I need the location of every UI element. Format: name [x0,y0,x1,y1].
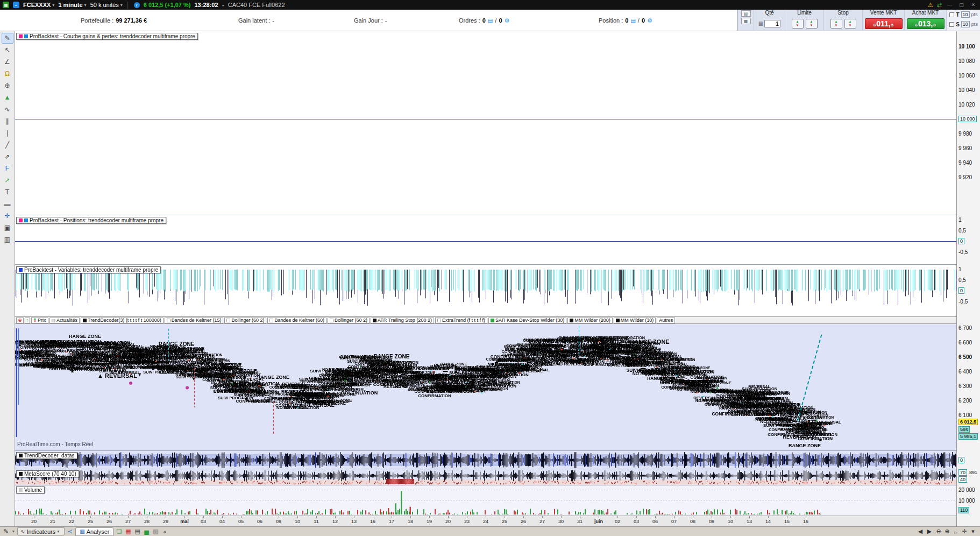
legend-item[interactable]: Bollinger (60 2) [328,318,370,323]
cursor-icon[interactable]: ↖ [2,45,13,55]
crosshair-icon[interactable]: ✛ [961,528,968,535]
trenddecoder-plot[interactable] [15,451,956,469]
limit-sell-button[interactable]: ▲▼ [806,19,818,29]
pattern-detect-icon[interactable]: ▲ [2,92,13,103]
price-scale-icon[interactable]: ⊕ [16,318,24,323]
zigzag-icon[interactable]: ∿ [2,104,13,115]
buy-market-button[interactable]: 6013,0 [907,18,945,29]
legend-item[interactable]: Bollinger (60 2) [224,318,266,323]
legend-item[interactable]: SAR Kase Dev-Stop Wilder (30) [488,318,566,323]
minimize-button[interactable]: — [946,2,954,9]
takeprofit-checkbox[interactable] [949,12,954,17]
zoom-in-icon[interactable]: ⊕ [943,528,951,535]
date-tick [806,516,806,518]
measure-icon[interactable]: ∠ [2,57,13,67]
draw-pencil-icon[interactable]: ✎ [2,528,10,535]
equity-curve-panel[interactable] [15,31,956,215]
indicators-button[interactable]: ∿Indicateurs▾ [17,527,65,535]
legend-item[interactable]: Bandes de Keltner (60) [267,318,326,323]
time-axis[interactable]: 2021222526272829mai030405060910111213161… [15,516,956,526]
units-selector[interactable]: 50 k unités▾ [90,2,123,8]
pan-icon[interactable]: ✛ [2,210,13,221]
alert-bell-icon[interactable]: Ω [2,68,13,79]
sell-market-button[interactable]: 6011,5 [865,18,903,29]
fit-screen-icon[interactable]: ↔ [952,528,960,535]
draw-pencil-icon[interactable]: ✎ [2,33,13,44]
analyzer-tab[interactable]: ▧Analyser [75,527,113,536]
zoom-tool-icon[interactable]: ⊕ [2,80,13,91]
legend-item[interactable]: Bandes de Keltner (15) [165,318,224,323]
channel-icon[interactable]: ∥ [2,116,13,126]
comment-icon[interactable]: ❏ [115,528,123,535]
keypad-icon[interactable]: ▦ [741,18,751,24]
chevron-down-icon[interactable]: ▾ [969,528,977,535]
panel-tab-trend[interactable]: TrendDecoder_datas [16,452,77,459]
close-button[interactable]: ✕ [969,2,977,9]
chevron-down-icon[interactable]: ▾ [11,528,16,535]
calendar-icon[interactable]: ▦ [124,528,132,535]
legend-item[interactable]: ▲▼Prix [31,318,48,323]
qty-grid-icon[interactable]: ▦ [758,20,763,26]
position-list-icon[interactable]: ▤ [630,17,635,23]
auto-scale-icon[interactable]: ↑ [25,318,31,323]
scroll-left-icon[interactable]: ◀ [917,528,924,535]
price-axis[interactable]: 10 10010 08010 06010 04010 02010 0009 98… [956,31,980,526]
legend-label: TrendDecoder(3) (t t t t f t 100000) [88,318,161,323]
stop-buy-button[interactable]: ▲▼ [830,19,842,29]
chart-type-icon[interactable]: ▅ [143,528,150,535]
stop-sell-button[interactable]: ▲▼ [844,19,856,29]
fibonacci-icon[interactable]: F [2,163,13,174]
trend-line-icon[interactable]: ╱ [2,139,13,150]
price-axis-label: 6 400 [958,369,972,375]
legend-item[interactable]: ExtraTrend (f t t t f f) [435,318,487,323]
vertical-line-icon[interactable]: | [2,128,13,138]
table-icon[interactable]: ▤ [133,528,141,535]
zoom-out-icon[interactable]: ⊖ [935,528,942,535]
limit-buy-button[interactable]: ▲▼ [792,19,804,29]
date-tick [429,516,430,518]
legend-item[interactable]: ▤Actualités [49,318,80,323]
order-list-icon[interactable]: ▤ [488,17,493,23]
scroll-right-icon[interactable]: ▶ [926,528,933,535]
forecast-icon[interactable]: ↗ [2,175,13,186]
panel-tab-equity[interactable]: ProBacktest - Courbe gains & pertes: tre… [16,33,198,40]
instrument-selector[interactable]: FCEXXXX▾ [23,2,54,8]
parallel-lines-icon[interactable]: ⇗ [2,151,13,162]
alert-warning-icon[interactable]: ⚠ [928,2,933,9]
price-plot[interactable] [15,324,956,451]
legend-item[interactable]: TrendDecoder(3) (t t t t f t 100000) [81,318,164,323]
panel-tab-volume[interactable]: Volume [16,486,45,493]
up-arrow-icon: ▲ [835,20,838,24]
takeprofit-points-input[interactable]: 10 [961,11,970,18]
collapse-icon[interactable]: « [161,528,168,535]
maximize-button[interactable]: ▢ [957,2,965,9]
text-tool-icon[interactable]: T [2,187,13,198]
connection-icon[interactable]: ⇄ [937,2,942,9]
chart-area[interactable]: ⊕↑▲▼Prix▤ActualitésTrendDecoder(3) (t t … [15,31,956,526]
legend-item[interactable]: MM Wilder (200) [567,318,613,323]
position-settings-icon[interactable]: ⚙ [647,17,652,24]
eraser-icon[interactable]: ▬ [2,199,13,209]
stoploss-checkbox[interactable] [949,22,954,27]
stoploss-points-input[interactable]: 10 [961,21,970,27]
info-icon[interactable]: i [134,2,140,8]
platform-watermark: ProRealTime.com - Temps Réel [17,441,93,447]
panel-tab-meta[interactable]: MetaScore (70 40 10) [16,470,79,477]
orders-settings-icon[interactable]: ⚙ [505,17,510,24]
panel-tab-positions[interactable]: ProBacktest - Positions: trenddecoder mu… [16,217,166,224]
panel-tab-variables[interactable]: ProBacktest - Variables: trenddecoder mu… [16,266,161,273]
report-icon[interactable]: ▨ [152,528,159,535]
metascore-plot[interactable] [15,469,956,485]
timeframe-selector[interactable]: 1 minute▾ [58,2,86,8]
trash-icon[interactable]: ▥ [2,234,13,245]
legend-item[interactable]: MM Wilder (30) [614,318,656,323]
order-print-icon[interactable]: ▤ [741,10,751,17]
copy-icon[interactable]: ▣ [2,222,13,233]
chart-window-icon[interactable]: ≡ [13,2,19,8]
legend-item[interactable]: ATR Trailing Stop (200 2) [371,318,434,323]
legend-item[interactable]: Autres [657,318,675,323]
share-icon[interactable]: ≺ [66,528,74,535]
app-icon[interactable]: ▦ [3,2,9,8]
quantity-input[interactable] [764,20,780,27]
volume-plot[interactable] [15,485,956,516]
